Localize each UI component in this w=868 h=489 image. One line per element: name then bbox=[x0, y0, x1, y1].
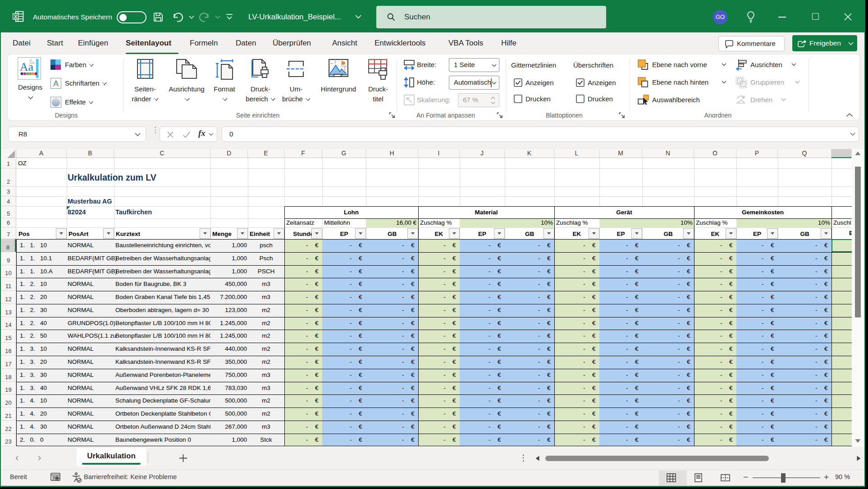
svg-text:Aa: Aa bbox=[20, 60, 34, 73]
svg-text:A: A bbox=[53, 79, 59, 88]
svg-text:X: X bbox=[14, 14, 18, 19]
